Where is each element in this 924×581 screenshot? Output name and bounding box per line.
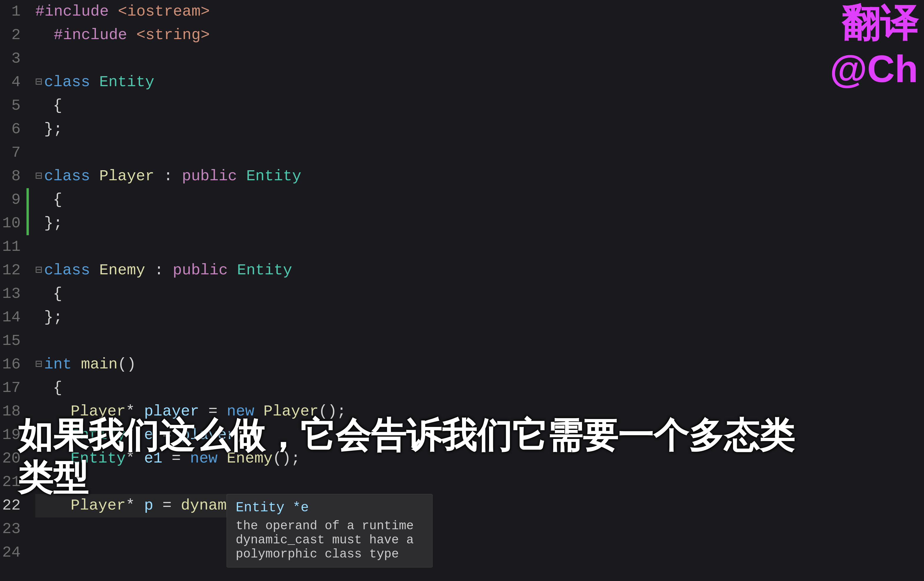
class-kw-4: class	[44, 71, 90, 94]
close-brace-6: };	[44, 118, 63, 142]
space-12b: :	[145, 259, 173, 283]
code-line-17: {	[35, 376, 411, 400]
code-line-13: {	[35, 282, 411, 306]
line-num-8: 8	[0, 165, 21, 188]
public-kw-12: public	[173, 259, 228, 283]
space-16	[72, 353, 81, 377]
line-num-13: 13	[0, 282, 21, 306]
enemy-name-12: Enemy	[99, 259, 145, 283]
class-kw-8: class	[44, 165, 90, 188]
int-kw-16: int	[44, 353, 72, 377]
line-num-5: 5	[0, 94, 21, 118]
code-line-5: {	[35, 94, 411, 118]
tooltip-title: Entity *e	[236, 500, 424, 515]
line-num-2: 2	[0, 23, 21, 47]
top-right-line1: 翻译	[830, 0, 918, 46]
open-brace-9: {	[53, 188, 62, 212]
main-name-16: main	[81, 353, 118, 377]
collapse-icon-4[interactable]: ⊟	[35, 73, 42, 91]
line-num-24: 24	[0, 541, 21, 565]
code-line-16: ⊟ int main ()	[35, 353, 411, 376]
space-1	[109, 0, 118, 23]
tooltip-popup: Entity *e the operand of a runtime dynam…	[226, 494, 432, 568]
line-num-11: 11	[0, 235, 21, 259]
open-brace-13: {	[53, 282, 62, 306]
code-line-14: };	[35, 306, 411, 329]
line-num-7: 7	[0, 141, 21, 165]
line-num-1: 1	[0, 0, 21, 23]
public-kw-8: public	[182, 165, 237, 188]
code-line-12: ⊟ class Enemy : public Entity	[35, 259, 411, 282]
code-line-2: __ #include <string>	[35, 23, 411, 47]
line-num-9: 9	[0, 188, 21, 212]
include-keyword-2: #include	[54, 23, 127, 47]
entity-name-8: Entity	[246, 165, 301, 188]
code-line-15	[35, 329, 411, 353]
line-num-14: 14	[0, 306, 21, 329]
editor: 1 2 3 4 5 6 7 8 9 10 11 12 13 14 15 16 1…	[0, 0, 924, 581]
collapse-icon-16[interactable]: ⊟	[35, 356, 42, 374]
top-right-line2: @Ch	[830, 46, 918, 92]
line-num-3: 3	[0, 47, 21, 71]
subtitle-text: 如果我们这么做，它会告诉我们它需要一个多态类类型	[0, 414, 806, 499]
open-brace-5: {	[53, 94, 62, 118]
space-2	[127, 23, 136, 47]
code-line-11	[35, 235, 411, 259]
line-num-16: 16	[0, 353, 21, 376]
collapse-icon-12[interactable]: ⊟	[35, 262, 42, 280]
code-line-10: };	[35, 212, 411, 235]
line-num-17: 17	[0, 376, 21, 400]
space-4	[90, 71, 99, 94]
line-num-10: 10	[0, 212, 21, 235]
line-num-6: 6	[0, 118, 21, 141]
close-brace-14: };	[44, 306, 63, 329]
header-string: <string>	[136, 23, 210, 47]
line-num-23: 23	[0, 517, 21, 541]
entity-name-4: Entity	[99, 71, 154, 94]
entity-name-12: Entity	[237, 259, 292, 283]
code-line-1: #include <iostream>	[35, 0, 411, 23]
code-line-3	[35, 47, 411, 71]
open-brace-17: {	[53, 376, 62, 400]
space-12c	[228, 259, 237, 283]
collapse-icon-8[interactable]: ⊟	[35, 167, 42, 186]
code-line-6: };	[35, 118, 411, 141]
code-line-7	[35, 141, 411, 165]
parens-16: ()	[118, 353, 136, 377]
code-line-4: ⊟ class Entity	[35, 71, 411, 94]
header-iostream: <iostream>	[118, 0, 210, 23]
code-line-9: {	[35, 188, 411, 212]
line-num-4: 4	[0, 71, 21, 94]
close-brace-10: };	[44, 212, 63, 235]
top-right-overlay: 翻译 @Ch	[830, 0, 924, 92]
tooltip-description: the operand of a runtime dynamic_cast mu…	[236, 519, 424, 561]
code-line-8: ⊟ class Player : public Entity	[35, 165, 411, 188]
space-12a	[90, 259, 99, 283]
include-keyword-1: #include	[35, 0, 109, 23]
player-name-8: Player	[99, 165, 154, 188]
space-8b: :	[155, 165, 182, 188]
space-8c	[237, 165, 246, 188]
line-num-12: 12	[0, 259, 21, 282]
class-kw-12: class	[44, 259, 90, 283]
space-8a	[90, 165, 99, 188]
green-bar	[26, 188, 29, 235]
line-num-15: 15	[0, 329, 21, 353]
